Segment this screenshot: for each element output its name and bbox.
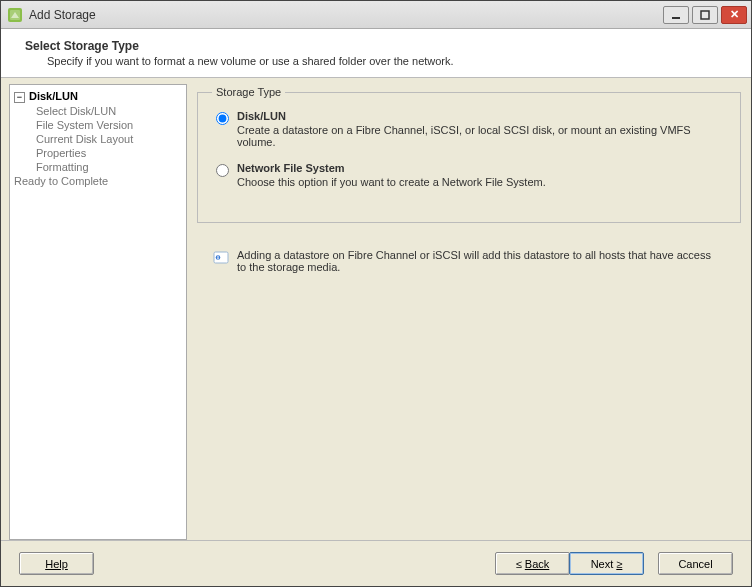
step-formatting[interactable]: Formatting	[36, 160, 182, 174]
radio-disk-lun[interactable]	[216, 112, 229, 125]
wizard-body: −Disk/LUN Select Disk/LUN File System Ve…	[1, 78, 751, 540]
option-disk-lun-desc: Create a datastore on a Fibre Channel, i…	[237, 124, 726, 148]
option-nfs-title: Network File System	[237, 162, 726, 174]
step-disk-lun[interactable]: −Disk/LUN	[14, 89, 182, 104]
add-storage-window: Add Storage ✕ Select Storage Type Specif…	[0, 0, 752, 587]
info-hint-text: Adding a datastore on Fibre Channel or i…	[237, 249, 717, 273]
window-controls: ✕	[663, 6, 747, 24]
next-button[interactable]: Next ≥	[569, 552, 644, 575]
svg-rect-3	[701, 11, 709, 19]
wizard-header: Select Storage Type Specify if you want …	[1, 29, 751, 78]
help-button[interactable]: Help	[19, 552, 94, 575]
step-ready-to-complete[interactable]: Ready to Complete	[14, 174, 182, 188]
storage-type-legend: Storage Type	[212, 86, 285, 98]
wizard-steps-sidebar: −Disk/LUN Select Disk/LUN File System Ve…	[9, 84, 187, 540]
vsphere-icon	[7, 7, 23, 23]
wizard-footer: Help ≤ Back Next ≥ Cancel	[1, 540, 751, 586]
step-properties[interactable]: Properties	[36, 146, 182, 160]
svg-rect-6	[217, 256, 218, 257]
info-icon	[213, 250, 229, 266]
svg-rect-2	[672, 17, 680, 19]
wizard-content: Storage Type Disk/LUN Create a datastore…	[187, 84, 743, 540]
radio-nfs[interactable]	[216, 164, 229, 177]
back-button[interactable]: ≤ Back	[495, 552, 570, 575]
page-description: Specify if you want to format a new volu…	[25, 55, 733, 67]
storage-type-group: Storage Type Disk/LUN Create a datastore…	[197, 86, 741, 223]
close-icon: ✕	[730, 9, 739, 20]
info-hint: Adding a datastore on Fibre Channel or i…	[197, 249, 741, 273]
step-file-system-version[interactable]: File System Version	[36, 118, 182, 132]
page-title: Select Storage Type	[25, 39, 733, 53]
option-disk-lun-title: Disk/LUN	[237, 110, 726, 122]
option-disk-lun[interactable]: Disk/LUN Create a datastore on a Fibre C…	[212, 110, 726, 148]
option-nfs[interactable]: Network File System Choose this option i…	[212, 162, 726, 188]
svg-rect-7	[217, 257, 218, 259]
minimize-button[interactable]	[663, 6, 689, 24]
step-select-disk-lun[interactable]: Select Disk/LUN	[36, 104, 182, 118]
option-nfs-desc: Choose this option if you want to create…	[237, 176, 726, 188]
step-children: Select Disk/LUN File System Version Curr…	[14, 104, 182, 174]
step-current-disk-layout[interactable]: Current Disk Layout	[36, 132, 182, 146]
nav-buttons-group: ≤ Back Next ≥	[495, 552, 644, 575]
window-title: Add Storage	[29, 8, 663, 22]
titlebar: Add Storage ✕	[1, 1, 751, 29]
tree-collapse-icon[interactable]: −	[14, 92, 25, 103]
maximize-button[interactable]	[692, 6, 718, 24]
step-label: Disk/LUN	[29, 90, 78, 102]
cancel-button[interactable]: Cancel	[658, 552, 733, 575]
close-button[interactable]: ✕	[721, 6, 747, 24]
